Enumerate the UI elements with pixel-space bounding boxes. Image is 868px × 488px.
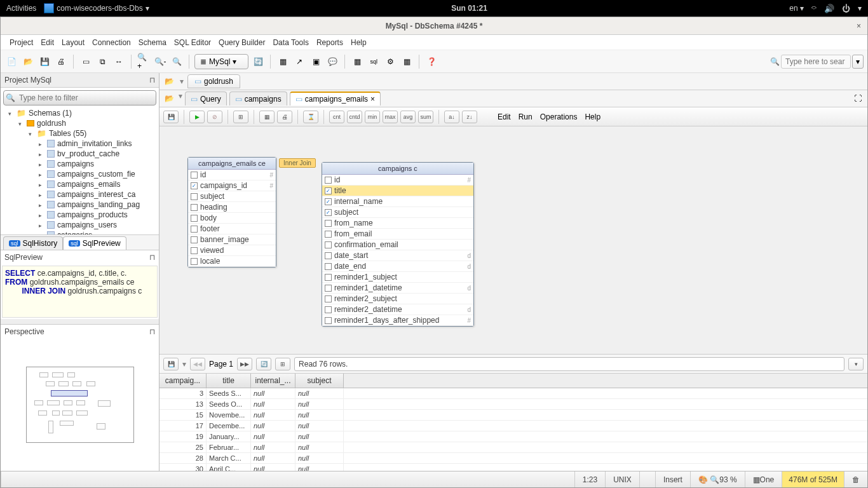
- column-row[interactable]: viewed: [188, 245, 276, 256]
- diagram-table-campaigns-emails[interactable]: campaigns_emails ce id#✓campaigns_id#sub…: [187, 157, 276, 268]
- agg-cntd[interactable]: cntd: [347, 111, 362, 123]
- column-row[interactable]: body: [188, 213, 276, 224]
- column-row[interactable]: ✓subject: [322, 207, 473, 218]
- column-row[interactable]: reminder1_days_after_shipped#: [322, 315, 473, 326]
- zoom-out-button[interactable]: 🔍-: [153, 55, 167, 69]
- menu-query-builder[interactable]: Query Builder: [216, 37, 268, 48]
- col-header[interactable]: internal_...: [251, 374, 295, 388]
- diagram-canvas[interactable]: Inner Join campaigns_emails ce id#✓campa…: [159, 126, 867, 355]
- close-icon[interactable]: ×: [857, 22, 861, 30]
- save-button[interactable]: 💾: [163, 111, 179, 123]
- schema-tab[interactable]: ▭ goldrush: [187, 74, 240, 88]
- wifi-icon[interactable]: ⌔: [811, 4, 817, 13]
- result-grid[interactable]: 3Seeds S...nullnull13Seeds O...nullnull1…: [159, 388, 867, 471]
- refresh-button[interactable]: 🔄: [251, 55, 265, 69]
- agg-cnt[interactable]: cnt: [329, 111, 344, 123]
- sql-button[interactable]: sql: [367, 55, 381, 69]
- column-row[interactable]: reminder1_subject: [322, 272, 473, 283]
- new-button[interactable]: 📄: [4, 55, 18, 69]
- app-menu[interactable]: com-wisecoders-dbs-Dbs ▾: [44, 3, 149, 13]
- zoom-in-button[interactable]: 🔍+: [137, 55, 151, 69]
- print-button[interactable]: 🖨: [54, 55, 68, 69]
- tab-sqlhistory[interactable]: sqlSqlHistory: [3, 236, 63, 250]
- volume-icon[interactable]: 🔊: [824, 4, 834, 13]
- column-row[interactable]: date_startd: [322, 250, 473, 261]
- stop-button[interactable]: ⊘: [207, 111, 222, 123]
- pin-icon[interactable]: [149, 327, 155, 336]
- tool-icon[interactable]: ⊞: [275, 358, 290, 370]
- column-row[interactable]: confirmation_email: [322, 240, 473, 250]
- diagram-table-campaigns[interactable]: campaigns c id#✓title✓internal_name✓subj…: [322, 162, 474, 327]
- zoom-fit-button[interactable]: 🔍: [170, 55, 184, 69]
- agg-sum[interactable]: sum: [418, 111, 433, 123]
- submenu-run[interactable]: Run: [516, 112, 535, 121]
- menu-connection[interactable]: Connection: [90, 37, 133, 48]
- lang-indicator[interactable]: en ▾: [789, 4, 804, 13]
- column-row[interactable]: date_endd: [322, 261, 473, 272]
- submenu-edit[interactable]: Edit: [495, 112, 513, 121]
- result-row[interactable]: 25Februar...nullnull: [159, 442, 867, 453]
- column-row[interactable]: footer: [188, 224, 276, 234]
- column-row[interactable]: reminder2_subject: [322, 294, 473, 304]
- menu-sql-editor[interactable]: SQL Editor: [172, 37, 214, 48]
- column-row[interactable]: banner_image: [188, 234, 276, 245]
- tool-icon[interactable]: ⚙: [383, 55, 397, 69]
- column-row[interactable]: locale: [188, 256, 276, 267]
- column-row[interactable]: ✓title: [322, 186, 473, 196]
- layout-one[interactable]: ▦ One: [745, 471, 782, 487]
- open-button[interactable]: 📂: [21, 55, 35, 69]
- filter-button[interactable]: ⌛: [303, 111, 318, 123]
- column-row[interactable]: reminder1_datetimed: [322, 283, 473, 294]
- close-icon[interactable]: ×: [370, 95, 375, 104]
- column-row[interactable]: ✓campaigns_id#: [188, 180, 276, 191]
- column-row[interactable]: ✓internal_name: [322, 196, 473, 207]
- column-row[interactable]: from_email: [322, 229, 473, 240]
- menu-project[interactable]: Project: [7, 37, 36, 48]
- tool-icon[interactable]: ▦: [400, 55, 414, 69]
- column-row[interactable]: reminder2_datetimed: [322, 304, 473, 315]
- result-row[interactable]: 17Decembe...nullnull: [159, 421, 867, 431]
- tab-query[interactable]: ▭Query: [185, 92, 227, 105]
- agg-avg[interactable]: avg: [400, 111, 416, 123]
- menu-schema[interactable]: Schema: [136, 37, 169, 48]
- result-row[interactable]: 19January...nullnull: [159, 431, 867, 442]
- agg-min[interactable]: min: [365, 111, 380, 123]
- save-result-button[interactable]: 💾: [163, 358, 179, 370]
- tool-icon[interactable]: ▭: [79, 55, 93, 69]
- result-row[interactable]: 15Novembe...nullnull: [159, 410, 867, 421]
- tool-icon[interactable]: ⧉: [95, 55, 109, 69]
- submenu-operations[interactable]: Operations: [538, 112, 580, 121]
- sort-asc[interactable]: a↓: [444, 111, 459, 123]
- activities-button[interactable]: Activities: [6, 4, 36, 13]
- tool-icon[interactable]: 💬: [325, 55, 339, 69]
- tab-nav-icon[interactable]: 📂: [162, 92, 176, 105]
- sort-desc[interactable]: z↓: [462, 111, 477, 123]
- search-dropdown[interactable]: ▾: [852, 55, 864, 69]
- result-row[interactable]: 28March C...nullnull: [159, 453, 867, 464]
- search-input[interactable]: [781, 55, 851, 69]
- menu-data-tools[interactable]: Data Tools: [270, 37, 311, 48]
- menu-help[interactable]: Help: [348, 37, 369, 48]
- column-row[interactable]: heading: [188, 202, 276, 213]
- column-row[interactable]: id#: [188, 170, 276, 180]
- tab-sqlpreview[interactable]: sqlSqlPreview: [63, 236, 126, 250]
- result-row[interactable]: 3Seeds S...nullnull: [159, 388, 867, 399]
- tool-icon[interactable]: ▣: [309, 55, 323, 69]
- filter-input[interactable]: [17, 91, 156, 105]
- col-header[interactable]: subject: [295, 374, 344, 388]
- tool-icon[interactable]: ▦: [276, 55, 290, 69]
- column-row[interactable]: id#: [322, 175, 473, 186]
- tool-icon[interactable]: ⊞: [233, 111, 248, 123]
- submenu-help[interactable]: Help: [582, 112, 603, 121]
- tool-icon[interactable]: ↔: [112, 55, 126, 69]
- save-button[interactable]: 💾: [37, 55, 51, 69]
- column-row[interactable]: subject: [188, 191, 276, 202]
- clock[interactable]: Sun 01:21: [149, 4, 790, 13]
- menu-layout[interactable]: Layout: [59, 37, 87, 48]
- power-icon[interactable]: ⏻: [842, 4, 850, 13]
- menu-reports[interactable]: Reports: [314, 37, 346, 48]
- result-row[interactable]: 30April C...nullnull: [159, 464, 867, 471]
- tab-nav-icon[interactable]: 📂: [162, 74, 176, 88]
- database-selector[interactable]: ≣ MySql ▾: [194, 54, 248, 69]
- next-page-button[interactable]: ▶▶: [237, 358, 252, 370]
